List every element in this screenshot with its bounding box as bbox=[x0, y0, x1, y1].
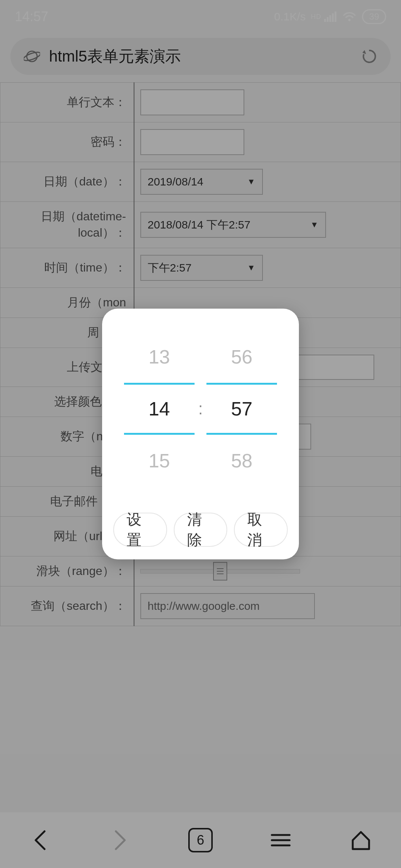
chevron-down-icon: ▼ bbox=[247, 263, 255, 273]
hour-picker[interactable]: 13 14 15 bbox=[124, 331, 195, 487]
range-slider[interactable] bbox=[140, 564, 300, 579]
svg-point-5 bbox=[348, 19, 351, 21]
home-button[interactable] bbox=[344, 823, 378, 857]
status-hd-label: HD bbox=[311, 13, 321, 21]
status-time: 14:57 bbox=[15, 9, 48, 24]
select-value: 2019/08/14 bbox=[148, 175, 203, 188]
form-cell: 2019/08/14▼ bbox=[134, 162, 401, 202]
cancel-button[interactable]: 取消 bbox=[234, 513, 288, 547]
form-row: 单行文本： bbox=[0, 83, 401, 122]
chevron-down-icon: ▼ bbox=[247, 177, 255, 187]
minute-selected: 57 bbox=[206, 383, 277, 435]
form-label: 密码： bbox=[0, 122, 134, 162]
svg-rect-1 bbox=[327, 17, 329, 22]
svg-rect-3 bbox=[332, 13, 334, 22]
form-cell: 下午2:57▼ bbox=[134, 248, 401, 288]
time-picker-dialog: 13 14 15 : 56 57 58 设置 清除 取消 bbox=[102, 309, 299, 559]
select-input[interactable]: 2018/08/14 下午2:57▼ bbox=[140, 212, 326, 238]
form-label: 单行文本： bbox=[0, 83, 134, 122]
select-value: 下午2:57 bbox=[148, 260, 192, 276]
svg-rect-4 bbox=[335, 11, 336, 22]
svg-point-7 bbox=[24, 50, 40, 62]
form-row: 密码： bbox=[0, 122, 401, 162]
form-cell bbox=[134, 83, 401, 122]
hour-prev: 13 bbox=[124, 331, 195, 383]
tabs-button[interactable]: 6 bbox=[184, 823, 217, 857]
form-label: 滑块（range）： bbox=[0, 556, 134, 586]
forward-button[interactable] bbox=[104, 823, 137, 857]
select-input[interactable]: 下午2:57▼ bbox=[140, 255, 263, 281]
minute-next: 58 bbox=[206, 435, 277, 487]
minute-prev: 56 bbox=[206, 331, 277, 383]
form-row: 查询（search）：http://www.google.com bbox=[0, 586, 401, 626]
menu-button[interactable] bbox=[264, 823, 297, 857]
form-label: 查询（search）： bbox=[0, 586, 134, 626]
page-title: html5表单元素演示 bbox=[49, 46, 352, 67]
form-cell bbox=[134, 556, 401, 586]
search-input[interactable]: http://www.google.com bbox=[140, 593, 315, 619]
text-input[interactable] bbox=[140, 89, 244, 115]
select-input[interactable]: 2019/08/14▼ bbox=[140, 169, 263, 195]
form-row: 日期（date）：2019/08/14▼ bbox=[0, 162, 401, 202]
back-button[interactable] bbox=[23, 823, 57, 857]
minute-picker[interactable]: 56 57 58 bbox=[206, 331, 277, 487]
bottom-nav: 6 bbox=[0, 812, 401, 868]
svg-rect-0 bbox=[324, 19, 326, 22]
form-cell: 2018/08/14 下午2:57▼ bbox=[134, 202, 401, 248]
search-value: http://www.google.com bbox=[148, 600, 260, 612]
set-button[interactable]: 设置 bbox=[113, 513, 167, 547]
chevron-down-icon: ▼ bbox=[310, 220, 319, 230]
url-bar[interactable]: html5表单元素演示 bbox=[10, 38, 391, 75]
form-row: 时间（time）：下午2:57▼ bbox=[0, 248, 401, 288]
status-bar: 14:57 0.1K/s HD 39 bbox=[0, 0, 401, 33]
form-row: 日期（datetime-local）：2018/08/14 下午2:57▼ bbox=[0, 202, 401, 248]
signal-icon bbox=[324, 11, 337, 22]
time-colon: : bbox=[198, 400, 203, 418]
clear-button[interactable]: 清除 bbox=[174, 513, 228, 547]
wifi-icon bbox=[342, 11, 357, 22]
form-label: 日期（datetime-local）： bbox=[0, 202, 134, 248]
text-input[interactable] bbox=[140, 129, 244, 155]
status-net-speed: 0.1K/s bbox=[274, 10, 306, 23]
svg-rect-2 bbox=[329, 15, 331, 22]
battery-level: 39 bbox=[369, 11, 379, 22]
form-label: 日期（date）： bbox=[0, 162, 134, 202]
battery-indicator: 39 bbox=[362, 9, 386, 24]
select-value: 2018/08/14 下午2:57 bbox=[148, 217, 251, 233]
form-cell bbox=[134, 122, 401, 162]
tab-count: 6 bbox=[188, 828, 213, 852]
site-icon bbox=[24, 48, 40, 65]
hour-next: 15 bbox=[124, 435, 195, 487]
form-row: 滑块（range）： bbox=[0, 556, 401, 586]
form-label: 时间（time）： bbox=[0, 248, 134, 288]
hour-selected: 14 bbox=[124, 383, 195, 435]
reload-icon[interactable] bbox=[361, 48, 377, 65]
form-cell: http://www.google.com bbox=[134, 586, 401, 626]
